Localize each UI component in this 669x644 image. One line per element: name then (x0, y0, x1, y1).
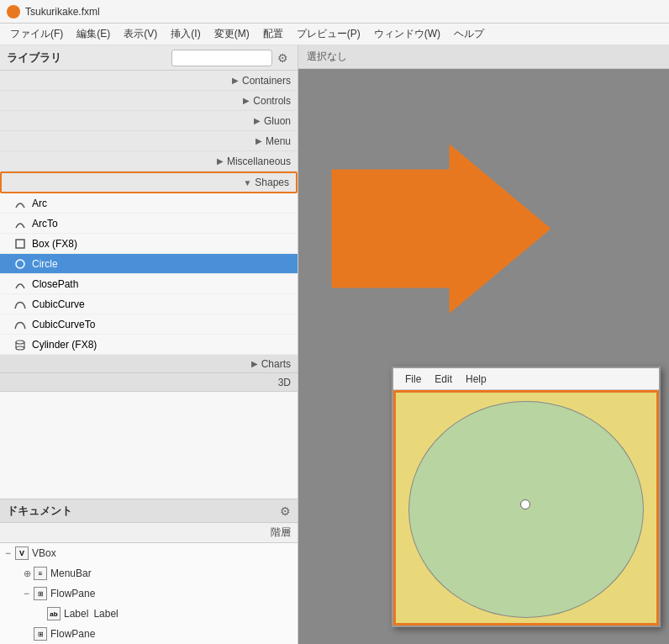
library-header: ライブラリ ⚙ (0, 45, 298, 71)
doc-flowpane2-label: FlowPane (50, 628, 95, 640)
item-cubiccurveto-label: CubicCurveTo (32, 319, 95, 330)
arrow-misc: ▶ (217, 156, 224, 166)
label-icon: ab (47, 607, 61, 620)
cylinder-icon (13, 338, 27, 351)
arrow-charts: ▶ (251, 359, 258, 368)
arrow-controls: ▶ (243, 96, 250, 105)
arrow-annotation (315, 145, 601, 313)
doc-tree: − V VBox ⊕ ≡ MenuBar − ⊞ FlowPane (0, 543, 298, 644)
doc-item-flowpane2[interactable]: ⊞ FlowPane (0, 624, 298, 644)
document-header: ドキュメント ⚙ (0, 499, 298, 523)
doc-label-text: Label (93, 608, 118, 620)
document-label: ドキュメント (7, 504, 280, 519)
category-shapes[interactable]: ▼ Shapes (0, 172, 298, 193)
library-tree: ▶ Containers ▶ Controls ▶ Gluon ▶ Menu ▶… (0, 71, 298, 499)
svg-point-2 (16, 340, 24, 344)
doc-layers-bar: 階層 (0, 523, 298, 543)
app-menu-help[interactable]: Help (459, 372, 493, 387)
flowpane1-icon: ⊞ (34, 587, 47, 600)
arrow-containers: ▶ (232, 76, 239, 85)
arrow-gluon: ▶ (254, 116, 261, 125)
item-arc-label: Arc (32, 198, 47, 209)
menu-bar: ファイル(F) 編集(E) 表示(V) 挿入(I) 変更(M) 配置 プレビュー… (0, 24, 669, 45)
circle-preview (408, 401, 644, 618)
doc-vbox-label: VBox (32, 547, 56, 559)
menu-help[interactable]: ヘルプ (447, 24, 491, 44)
svg-marker-7 (332, 145, 550, 313)
doc-toggle-vbox: − (5, 547, 15, 559)
item-cubiccurve-label: CubicCurve (32, 298, 85, 310)
item-arc[interactable]: Arc (0, 193, 298, 214)
doc-item-flowpane1[interactable]: − ⊞ FlowPane (0, 583, 298, 604)
library-search-input[interactable] (171, 50, 272, 66)
doc-item-menubar[interactable]: ⊕ ≡ MenuBar (0, 563, 298, 583)
vbox-icon: V (15, 546, 29, 560)
doc-menubar-label: MenuBar (50, 567, 92, 579)
preview-canvas: File Edit Help (298, 69, 669, 644)
svg-point-5 (16, 346, 24, 350)
svg-rect-0 (16, 240, 24, 248)
item-cubiccurve[interactable]: CubicCurve (0, 294, 298, 314)
menu-arrange[interactable]: 配置 (256, 24, 290, 44)
document-section: ドキュメント ⚙ 階層 − V VBox ⊕ ≡ MenuBar (0, 499, 298, 644)
menu-preview[interactable]: プレビュー(P) (290, 24, 367, 44)
category-controls-label: Controls (253, 95, 291, 107)
box-icon (13, 237, 27, 251)
menu-insert[interactable]: 挿入(I) (164, 24, 207, 44)
doc-item-vbox[interactable]: − V VBox (0, 543, 298, 563)
right-panel: 選択なし File Edit Help (298, 45, 669, 644)
app-menu-edit[interactable]: Edit (428, 372, 459, 387)
category-menu[interactable]: ▶ Menu (0, 131, 298, 151)
category-gluon-label: Gluon (264, 115, 291, 127)
category-gluon[interactable]: ▶ Gluon (0, 111, 298, 131)
library-gear-button[interactable]: ⚙ (274, 50, 291, 66)
item-circle-label: Circle (32, 258, 58, 270)
arc-icon (13, 197, 27, 210)
menu-window[interactable]: ウィンドウ(W) (367, 24, 447, 44)
item-circle[interactable]: Circle (0, 254, 298, 274)
app-window-content (393, 390, 659, 626)
item-cylinder-label: Cylinder (FX8) (32, 339, 97, 351)
item-box[interactable]: Box (FX8) (0, 234, 298, 254)
category-3d[interactable]: 3D (0, 373, 298, 392)
doc-item-label[interactable]: ab Label Label (0, 604, 298, 624)
item-arcto[interactable]: ArcTo (0, 214, 298, 234)
category-controls[interactable]: ▶ Controls (0, 91, 298, 111)
item-cubiccurveto[interactable]: CubicCurveTo (0, 314, 298, 335)
document-gear-button[interactable]: ⚙ (280, 504, 291, 518)
app-menu-file[interactable]: File (398, 372, 428, 387)
app-window-preview: File Edit Help (392, 367, 661, 627)
closepath-icon (13, 277, 27, 291)
item-arcto-label: ArcTo (32, 218, 58, 230)
arcto-icon (13, 217, 27, 230)
app-icon (7, 5, 20, 18)
menubar-icon: ≡ (34, 567, 47, 580)
category-containers[interactable]: ▶ Containers (0, 71, 298, 91)
menu-view[interactable]: 表示(V) (117, 24, 164, 44)
app-window-menubar: File Edit Help (393, 368, 659, 390)
doc-label-label: Label (64, 608, 88, 620)
arrow-menu: ▶ (255, 136, 262, 145)
category-containers-label: Containers (242, 75, 291, 87)
menu-file[interactable]: ファイル(F) (3, 24, 70, 44)
menu-modify[interactable]: 変更(M) (208, 24, 256, 44)
menu-edit[interactable]: 編集(E) (70, 24, 117, 44)
preview-header: 選択なし (298, 45, 669, 69)
category-miscellaneous[interactable]: ▶ Miscellaneous (0, 151, 298, 172)
window-title: Tsukurikake.fxml (25, 6, 100, 18)
preview-title: 選択なし (307, 50, 347, 64)
layers-label: 階層 (271, 525, 291, 540)
category-shapes-label: Shapes (255, 177, 289, 188)
doc-flowpane1-label: FlowPane (50, 588, 95, 599)
item-closepath-label: ClosePath (32, 278, 78, 290)
item-closepath[interactable]: ClosePath (0, 274, 298, 294)
category-menu-label: Menu (266, 135, 291, 147)
category-misc-label: Miscellaneous (227, 156, 291, 167)
doc-toggle-flowpane1: − (24, 588, 34, 599)
svg-marker-6 (349, 153, 534, 304)
cubiccurve-icon (13, 298, 27, 311)
title-bar: Tsukurikake.fxml (0, 0, 669, 24)
flowpane2-icon: ⊞ (34, 627, 47, 641)
category-charts[interactable]: ▶ Charts (0, 355, 298, 373)
item-cylinder[interactable]: Cylinder (FX8) (0, 335, 298, 355)
